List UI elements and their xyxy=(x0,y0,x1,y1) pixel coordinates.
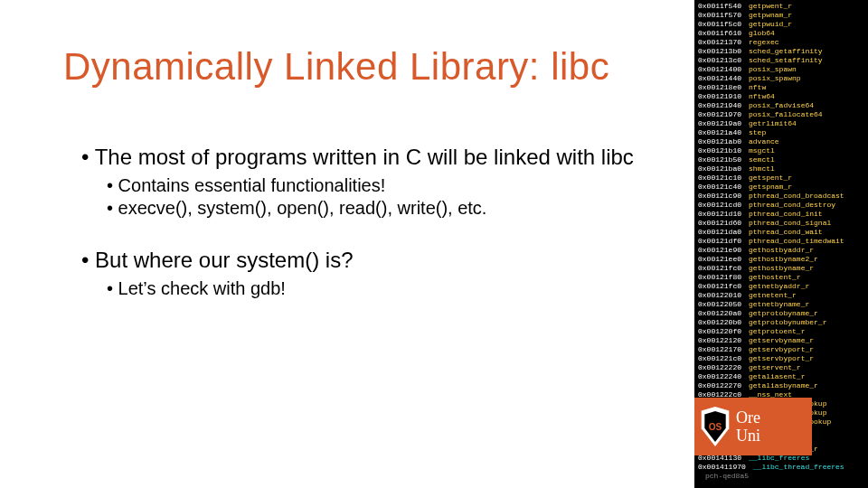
symbol-row: 0x001220a0getprotobyname_r xyxy=(698,309,864,318)
symbol-row: 0x00121fc0getnetbyaddr_r xyxy=(698,282,864,291)
symbol-row: 0x00121d60pthread_cond_signal xyxy=(698,219,864,228)
symbol-row: 0x00121c90pthread_cond_broadcast xyxy=(698,192,864,201)
symbol-row: 0x001213b0sched_getaffinity xyxy=(698,47,864,56)
university-logo: OS Ore Uni xyxy=(694,398,812,455)
symbol-row: 0x00121d10pthread_cond_init xyxy=(698,210,864,219)
symbol-row: pch-qed8a5 xyxy=(698,472,864,481)
symbol-row: 0x001221c0getservbyport_r xyxy=(698,354,864,363)
slide-title: Dynamically Linked Library: libc xyxy=(63,45,609,89)
symbol-row: 0x001218e0nftw xyxy=(698,83,864,92)
symbol-row: 0x00122240getaliasent_r xyxy=(698,372,864,381)
symbol-row: 0x00121940posix_fadvise64 xyxy=(698,101,864,110)
symbol-row: 0x00122010getnetent_r xyxy=(698,291,864,300)
symbol-row: 0x00121da0pthread_cond_wait xyxy=(698,228,864,237)
symbol-row: 0x001220b0getprotobynumber_r xyxy=(698,318,864,327)
symbol-row: 0x00121e90gethostbyaddr_r xyxy=(698,246,864,255)
symbol-row: 0x00121440posix_spawnp xyxy=(698,74,864,83)
bullet-main-1: The most of programs written in C will b… xyxy=(81,145,678,170)
symbol-row: 0x00121cd0pthread_cond_destroy xyxy=(698,201,864,210)
symbol-row: 0x0011f5c0getpwuid_r xyxy=(698,20,864,29)
symbol-row: 0x00121df0pthread_cond_timedwait xyxy=(698,237,864,246)
logo-line-2: Uni xyxy=(736,427,760,445)
symbol-row: 0x0011f540getpwent_r xyxy=(698,2,864,11)
symbol-row: 0x00121400posix_spawn xyxy=(698,65,864,74)
symbol-row: 0x00121970posix_fallocate64 xyxy=(698,110,864,119)
slide: Dynamically Linked Library: libc The mos… xyxy=(0,0,868,488)
symbol-row: 0x001213c0sched_setaffinity xyxy=(698,56,864,65)
symbol-row: 0x001411970__libc_thread_freeres xyxy=(698,463,864,472)
logo-text: Ore Uni xyxy=(736,408,760,445)
symbol-row: 0x00121c40getspnam_r xyxy=(698,183,864,192)
symbol-row: 0x00121fc0gethostbyname_r xyxy=(698,264,864,273)
bullet-sub-1a: Contains essential functionalities! xyxy=(107,175,678,196)
symbol-row: 0x0011f570getpwnam_r xyxy=(698,11,864,20)
symbol-row: 0x0011f610glob64 xyxy=(698,29,864,38)
slide-body: The most of programs written in C will b… xyxy=(81,145,678,301)
symbol-row: 0x001220f0getprotoent_r xyxy=(698,327,864,336)
symbol-row: 0x00121c10getspent_r xyxy=(698,174,864,183)
symbol-row: 0x00121ba0shmctl xyxy=(698,164,864,174)
symbol-row: 0x00121b50semctl xyxy=(698,155,864,164)
logo-line-1: Ore xyxy=(736,408,760,427)
symbol-row: 0x00121ab0advance xyxy=(698,137,864,146)
shield-icon: OS xyxy=(700,407,731,446)
symbol-row: 0x00121910nftw64 xyxy=(698,92,864,101)
symbol-row: 0x001219a0getrlimit64 xyxy=(698,119,864,128)
symbol-row: 0x00122220getservent_r xyxy=(698,363,864,372)
symbol-row: 0x00122120getservbyname_r xyxy=(698,336,864,345)
bullet-sub-2a: Let’s check with gdb! xyxy=(107,278,678,299)
symbol-row: 0x00121f80gethostent_r xyxy=(698,273,864,282)
bullet-sub-1b: execve(), system(), open(), read(), writ… xyxy=(107,198,678,219)
symbol-row: 0x00121370regexec xyxy=(698,38,864,47)
bullet-main-2: But where our system() is? xyxy=(81,248,678,273)
symbol-row: 0x00122170getservbyport_r xyxy=(698,345,864,354)
symbol-row: 0x00121ee0gethostbyname2_r xyxy=(698,255,864,264)
symbol-row: 0x00122050getnetbyname_r xyxy=(698,300,864,309)
symbol-row: 0x00122270getaliasbyname_r xyxy=(698,381,864,390)
symbol-row: 0x00121a40step xyxy=(698,128,864,137)
symbol-row: 0x00121b10msgctl xyxy=(698,146,864,155)
